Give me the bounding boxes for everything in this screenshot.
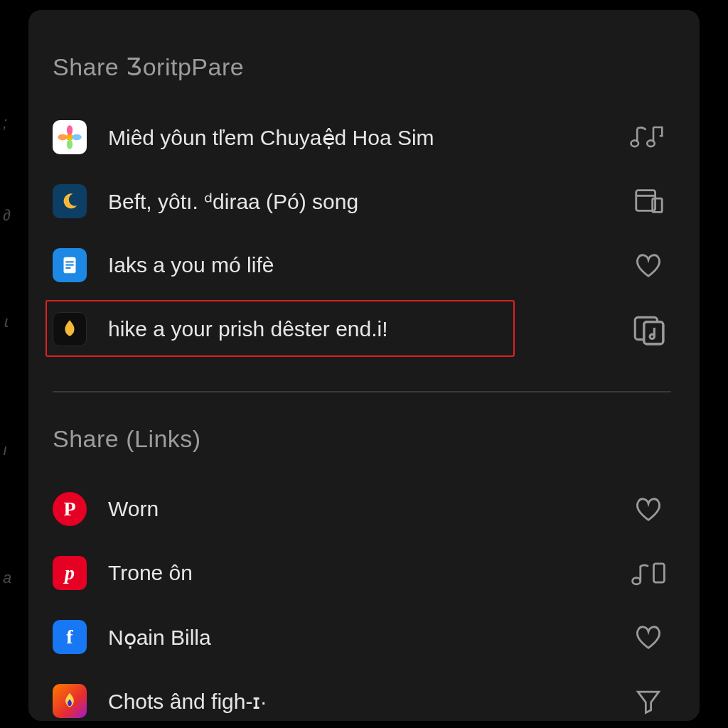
heart-icon[interactable] — [628, 489, 668, 529]
edge-mark: a — [3, 569, 11, 587]
share-row-label: Miêd yôun tľem Chuyaệd Hoa Sim — [108, 125, 434, 150]
pinterest-icon: p — [53, 556, 87, 590]
share-row-label: Iaks a you mó lifè — [108, 253, 274, 277]
svg-rect-12 — [65, 267, 70, 269]
music-note-icon[interactable] — [628, 553, 668, 593]
music-note-icon[interactable] — [628, 117, 668, 157]
funnel-icon[interactable] — [628, 681, 668, 721]
share-row[interactable]: Miêd yôun tľem Chuyaệd Hoa Sim — [53, 105, 671, 169]
svg-rect-18 — [653, 564, 664, 582]
moon-app-icon — [53, 184, 87, 218]
svg-point-1 — [67, 125, 73, 134]
share-links-list: P Worn p Trone ôn f — [53, 477, 671, 728]
share-row-highlighted[interactable]: hike a your prish dêster end.i! — [53, 297, 671, 361]
share-row-label: Worn — [108, 497, 159, 521]
facebook-icon: f — [53, 620, 87, 654]
share-row-label: Beft, yôtı. ᵈdiraa (Pó) song — [108, 189, 358, 214]
edge-mark: ı — [3, 441, 7, 459]
share-row[interactable]: Beft, yôtı. ᵈdiraa (Pó) song — [53, 169, 671, 233]
svg-point-2 — [72, 134, 81, 140]
svg-point-5 — [631, 140, 639, 146]
svg-rect-10 — [65, 261, 73, 262]
pinterest-round-icon: P — [53, 492, 87, 526]
share-row[interactable]: Chots ând figh-ɪ· — [53, 669, 671, 728]
svg-point-4 — [58, 134, 67, 140]
edge-mark: ; — [3, 114, 7, 132]
share-panel: Share ƷoritpPare Miêd yôun tľem Chuyaệd … — [28, 10, 700, 721]
share-row[interactable]: Iaks a you mó lifè — [53, 233, 671, 297]
section-divider — [53, 391, 671, 392]
svg-point-3 — [67, 139, 73, 149]
share-row[interactable]: p Trone ôn — [53, 541, 671, 605]
flame-app-icon — [53, 312, 87, 346]
section-title-apps: Share ƷoritpPare — [53, 53, 671, 81]
edge-mark: ∂ — [3, 206, 11, 225]
share-row[interactable]: P Worn — [53, 477, 671, 541]
edge-mark: ɩ — [3, 313, 8, 331]
heart-icon[interactable] — [628, 617, 668, 657]
window-icon[interactable] — [628, 181, 668, 221]
share-row[interactable]: f Nọain Billa — [53, 605, 671, 669]
share-row-label: Chots ând figh-ɪ· — [108, 689, 267, 714]
section-title-links: Share (Links) — [53, 425, 671, 453]
fire-gradient-icon — [53, 684, 87, 718]
share-apps-list: Miêd yôun tľem Chuyaệd Hoa Sim Be — [53, 105, 671, 361]
music-square-icon[interactable] — [628, 309, 668, 349]
svg-rect-11 — [65, 264, 73, 266]
doc-app-icon — [53, 248, 87, 282]
share-row-label: Nọain Billa — [108, 625, 211, 650]
share-row-label: hike a your prish dêster end.i! — [108, 317, 388, 341]
heart-icon[interactable] — [628, 245, 668, 285]
flower-app-icon — [53, 120, 87, 154]
svg-point-17 — [633, 578, 641, 584]
svg-point-6 — [647, 140, 655, 146]
share-row-label: Trone ôn — [108, 561, 193, 585]
